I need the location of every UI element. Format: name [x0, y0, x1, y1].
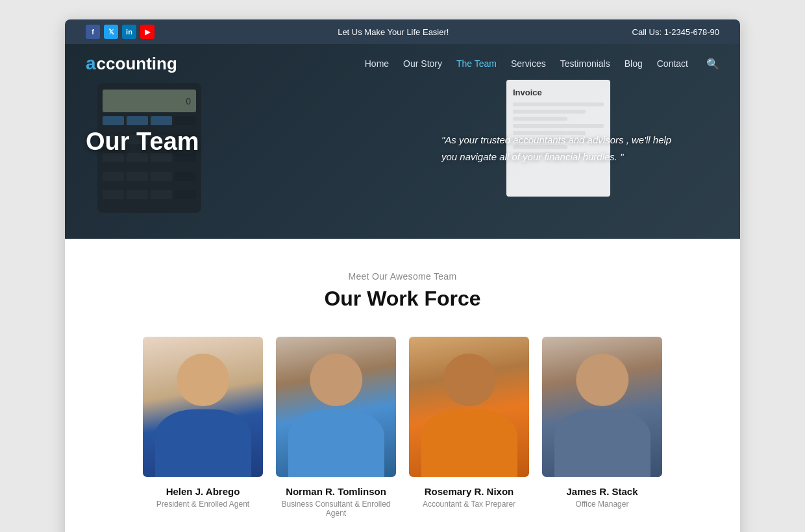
- member-name-1: Helen J. Abrego: [143, 486, 263, 497]
- phone-number: Call Us: 1-2345-678-90: [632, 27, 719, 37]
- person-body-3: [421, 409, 517, 477]
- person-body-1: [155, 409, 251, 477]
- person-head-2: [310, 354, 362, 406]
- section-title: Our Work Force: [86, 287, 719, 311]
- person-bg-3: [409, 337, 529, 477]
- member-name-4: James R. Stack: [542, 486, 662, 497]
- invoice-line: [513, 117, 567, 121]
- linkedin-icon[interactable]: in: [122, 25, 136, 39]
- social-icons: f 𝕏 in ▶: [86, 25, 155, 39]
- invoice-line: [513, 110, 586, 114]
- member-role-4: Office Manager: [542, 500, 662, 509]
- facebook-icon[interactable]: f: [86, 25, 100, 39]
- team-card-4: James R. Stack Office Manager: [542, 337, 662, 518]
- team-photo-2: [276, 337, 396, 477]
- person-head-1: [177, 354, 229, 406]
- team-photo-1: [143, 337, 263, 477]
- logo-a-letter: a: [86, 53, 96, 74]
- main-content: Meet Our Awesome Team Our Work Force Hel…: [65, 239, 740, 532]
- team-grid: Helen J. Abrego President & Enrolled Age…: [143, 337, 662, 518]
- team-photo-4: [542, 337, 662, 477]
- hero-content: Our Team: [86, 128, 199, 156]
- invoice-line: [513, 124, 604, 128]
- logo-text: ccounting: [97, 54, 177, 74]
- invoice-title: Invoice: [513, 88, 604, 97]
- main-nav: a ccounting Home Our Story The Team Serv…: [65, 44, 740, 83]
- nav-home[interactable]: Home: [365, 58, 389, 69]
- nav-services[interactable]: Services: [511, 58, 546, 69]
- nav-our-story[interactable]: Our Story: [403, 58, 442, 69]
- person-body-4: [554, 409, 650, 477]
- person-bg-1: [143, 337, 263, 477]
- nav-links: Home Our Story The Team Services Testimo…: [365, 58, 719, 70]
- member-name-3: Rosemary R. Nixon: [409, 486, 529, 497]
- team-card-2: Norman R. Tomlinson Business Consultant …: [276, 337, 396, 518]
- person-bg-4: [542, 337, 662, 477]
- team-photo-3: [409, 337, 529, 477]
- page-wrapper: f 𝕏 in ▶ Let Us Make Your Life Easier! C…: [65, 19, 740, 532]
- person-head-3: [443, 354, 495, 406]
- invoice-line: [513, 103, 604, 106]
- hero-section: 0 Invoice: [65, 44, 740, 239]
- member-role-2: Business Consultant & Enrolled Agent: [276, 500, 396, 518]
- team-card-1: Helen J. Abrego President & Enrolled Age…: [143, 337, 263, 518]
- youtube-icon[interactable]: ▶: [140, 25, 155, 39]
- tagline: Let Us Make Your Life Easier!: [338, 27, 449, 37]
- hero-title: Our Team: [86, 128, 199, 156]
- section-subtitle: Meet Our Awesome Team: [86, 271, 719, 282]
- person-body-2: [288, 409, 384, 477]
- nav-contact[interactable]: Contact: [657, 58, 688, 69]
- nav-blog[interactable]: Blog: [625, 58, 643, 69]
- nav-the-team[interactable]: The Team: [456, 58, 497, 69]
- member-role-1: President & Enrolled Agent: [143, 500, 263, 509]
- twitter-icon[interactable]: 𝕏: [104, 25, 118, 39]
- team-card-3: Rosemary R. Nixon Accountant & Tax Prepa…: [409, 337, 529, 518]
- member-role-3: Accountant & Tax Preparer: [409, 500, 529, 509]
- top-bar: f 𝕏 in ▶ Let Us Make Your Life Easier! C…: [65, 19, 740, 44]
- search-icon[interactable]: 🔍: [706, 58, 719, 69]
- member-name-2: Norman R. Tomlinson: [276, 486, 396, 497]
- person-bg-2: [276, 337, 396, 477]
- hero-quote: "As your trusted accountants and advisor…: [441, 132, 688, 165]
- nav-testimonials[interactable]: Testimonials: [560, 58, 610, 69]
- site-logo[interactable]: a ccounting: [86, 53, 177, 74]
- person-head-4: [576, 354, 628, 406]
